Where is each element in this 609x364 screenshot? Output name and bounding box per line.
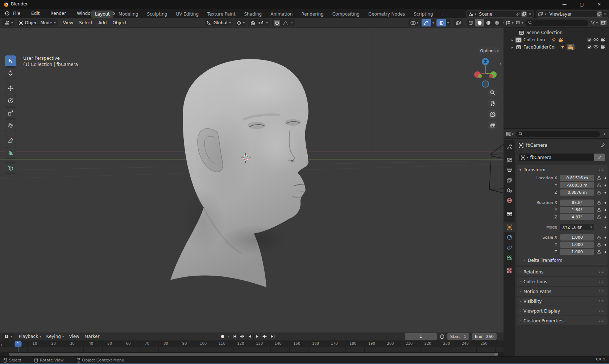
tab-sculpting[interactable]: Sculpting <box>143 11 171 18</box>
scene-selector[interactable]: ▾ Scene ✕ <box>466 10 534 18</box>
lock-icon[interactable] <box>594 176 601 180</box>
lock-icon[interactable] <box>594 250 601 254</box>
new-collection-icon[interactable] <box>600 20 607 25</box>
value-field-scale-x[interactable]: 1.000 <box>560 234 594 240</box>
value-field-y[interactable]: 1.64° <box>560 207 594 213</box>
tool-move[interactable] <box>5 83 16 94</box>
falloff-curve-icon[interactable] <box>283 21 289 25</box>
blender-menu-icon[interactable] <box>4 11 10 16</box>
animate-dot-icon[interactable] <box>601 237 606 239</box>
value-field-z[interactable]: 1.000 <box>560 249 594 255</box>
animate-dot-icon[interactable] <box>601 184 606 187</box>
panel-motion-paths[interactable]: ›Motion Paths <box>517 287 608 296</box>
outliner-row-facebuildercol[interactable]: ▸ FaceBuilderCol 3 <box>504 43 609 51</box>
tab-shading[interactable]: Shading <box>240 11 265 18</box>
tool-measure[interactable] <box>5 147 16 158</box>
minimize-button[interactable]: — <box>556 0 573 9</box>
camera-view-icon[interactable] <box>488 109 497 119</box>
viewport-menu-select[interactable]: Select <box>79 20 92 25</box>
remove-viewlayer-icon[interactable]: ✕ <box>604 12 607 17</box>
current-frame-indicator[interactable]: 1 <box>14 341 21 347</box>
animate-dot-icon[interactable] <box>601 209 606 211</box>
properties-search-input[interactable] <box>516 131 600 137</box>
mode-dropdown[interactable]: Object Mode ▾ <box>17 19 58 26</box>
timeline-ruler[interactable]: 1020304050607080901001101201301401501601… <box>0 340 504 347</box>
light-object-icon[interactable] <box>552 38 556 42</box>
lock-icon[interactable] <box>594 235 601 239</box>
timeline-menu-playback[interactable]: Playback▾ <box>19 334 41 339</box>
lock-icon[interactable] <box>594 183 601 187</box>
gizmos-toggle[interactable]: ▾ <box>422 19 436 26</box>
properties-editor-type-icon[interactable]: ▾ <box>506 132 514 136</box>
current-frame-field[interactable]: 1 <box>405 333 437 340</box>
shading-solid-icon[interactable] <box>475 19 484 26</box>
snap-chevron-icon[interactable]: ▾ <box>266 21 268 25</box>
value-field-rotation-x[interactable]: 85.8° <box>560 200 594 206</box>
animate-dot-icon[interactable] <box>601 177 606 179</box>
xray-toggle[interactable] <box>454 19 463 26</box>
next-keyframe-icon[interactable] <box>261 333 269 340</box>
close-button[interactable]: ✕ <box>591 0 608 9</box>
animate-dot-icon[interactable] <box>601 202 606 204</box>
camera-toggle-icon[interactable] <box>600 38 605 42</box>
menu-edit[interactable]: Edit <box>30 10 41 17</box>
properties-tab-object-data[interactable] <box>504 253 515 262</box>
breadcrumb-object-name[interactable]: fbCamera <box>526 143 547 148</box>
timeline-menu-view[interactable]: View <box>69 334 79 339</box>
timeline-menu-marker[interactable]: Marker <box>84 334 99 339</box>
animate-dot-icon[interactable] <box>601 192 606 194</box>
camera-object-icon[interactable] <box>558 38 563 42</box>
tab-scripting[interactable]: Scripting <box>410 11 436 18</box>
panel-visibility[interactable]: ›Visibility <box>517 297 608 306</box>
properties-tab-tool[interactable] <box>504 142 515 151</box>
panel-viewport-display[interactable]: ›Viewport Display <box>517 306 608 315</box>
gizmo-chevron-icon[interactable]: ▾ <box>431 19 436 26</box>
rotation-mode-dropdown[interactable]: XYZ Euler▾ <box>560 224 594 230</box>
frame-end-field[interactable]: End250 <box>472 333 497 340</box>
maximize-button[interactable]: ▢ <box>573 0 590 9</box>
timeline-editor-type-icon[interactable]: ▾ <box>2 333 14 340</box>
value-field-z[interactable]: 4.87° <box>560 214 594 220</box>
add-workspace-button[interactable]: + <box>438 12 446 17</box>
value-field-location-x[interactable]: 0.81516 m <box>560 175 594 181</box>
transform-panel-header[interactable]: ▾ Transform <box>517 165 608 174</box>
animate-dot-icon[interactable] <box>601 251 606 253</box>
object-name-value[interactable]: fbCamera <box>530 155 552 160</box>
snap-magnet-icon[interactable] <box>250 21 255 25</box>
properties-tab-scene[interactable] <box>504 185 515 195</box>
viewport-menu-object[interactable]: Object <box>112 20 127 25</box>
new-viewlayer-icon[interactable] <box>597 11 602 17</box>
viewport-3d[interactable]: ▾ Object Mode ▾ ViewSelectAddObject Glob… <box>0 18 504 332</box>
playhead-line[interactable] <box>18 347 18 352</box>
snap-target-icon[interactable] <box>258 21 264 25</box>
animate-dot-icon[interactable] <box>601 226 606 229</box>
tool-scale[interactable] <box>5 108 16 118</box>
panel-relations[interactable]: ›Relations <box>517 267 608 276</box>
pivot-dropdown[interactable]: ▾ <box>235 19 247 26</box>
navigation-gizmo[interactable]: Z <box>470 54 501 90</box>
menu-render[interactable]: Render <box>49 10 67 17</box>
eye-toggle-icon[interactable] <box>593 38 598 42</box>
shading-rendered-icon[interactable] <box>493 19 501 26</box>
timeline-expand-icon[interactable]: › <box>1 342 3 347</box>
tab-geometry-nodes[interactable]: Geometry Nodes <box>365 11 409 18</box>
overlays-chevron-icon[interactable]: ▾ <box>446 19 451 26</box>
timeline-scrollbar[interactable] <box>9 353 498 356</box>
frame-start-field[interactable]: Start1 <box>447 333 469 340</box>
properties-tab-collection[interactable] <box>504 209 515 219</box>
panel-custom-properties[interactable]: ›Custom Properties <box>517 316 608 325</box>
lock-icon[interactable] <box>594 215 601 219</box>
animate-dot-icon[interactable] <box>601 244 606 246</box>
tab-texture-paint[interactable]: Texture Paint <box>204 11 239 18</box>
viewport-menu-add[interactable]: Add <box>98 20 107 25</box>
pin-icon[interactable] <box>515 12 520 16</box>
expand-arrow-icon[interactable]: ▸ <box>511 38 513 42</box>
properties-tab-constraints[interactable] <box>504 233 515 242</box>
pin-id-icon[interactable] <box>600 143 605 148</box>
animate-dot-icon[interactable] <box>601 216 606 218</box>
properties-tab-world[interactable] <box>504 196 515 205</box>
editor-type-button[interactable]: ▾ <box>2 19 15 26</box>
tool-cursor[interactable] <box>5 68 16 79</box>
value-field-y[interactable]: 1.000 <box>560 242 594 248</box>
value-field-z[interactable]: 0.8876 m <box>560 189 594 196</box>
